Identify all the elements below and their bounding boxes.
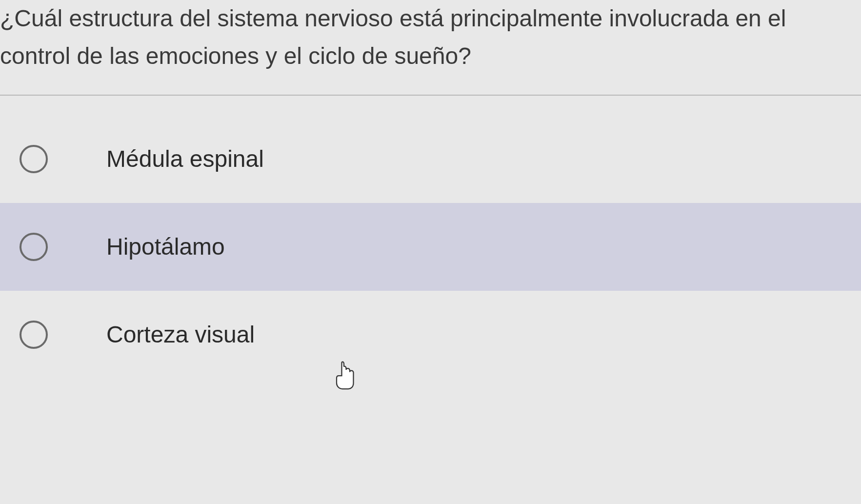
- option-label: Corteza visual: [106, 321, 255, 348]
- radio-icon[interactable]: [20, 321, 48, 349]
- option-row-0[interactable]: Médula espinal: [0, 115, 861, 203]
- question-text: ¿Cuál estructura del sistema nervioso es…: [0, 0, 861, 96]
- quiz-question-container: ¿Cuál estructura del sistema nervioso es…: [0, 0, 861, 504]
- option-label: Médula espinal: [106, 145, 264, 172]
- radio-icon[interactable]: [20, 233, 48, 261]
- radio-icon[interactable]: [20, 145, 48, 173]
- options-list: Médula espinal Hipotálamo Corteza visual: [0, 96, 861, 379]
- option-label: Hipotálamo: [106, 233, 225, 260]
- option-row-1[interactable]: Hipotálamo: [0, 203, 861, 291]
- option-row-2[interactable]: Corteza visual: [0, 291, 861, 379]
